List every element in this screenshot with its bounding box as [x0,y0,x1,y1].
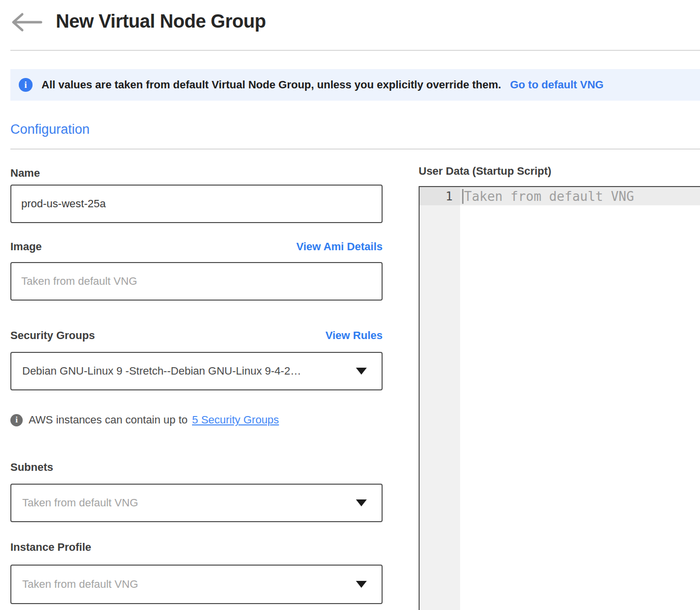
security-groups-count-link[interactable]: 5 Security Groups [192,414,279,426]
security-groups-label: Security Groups [10,329,95,342]
user-data-label: User Data (Startup Script) [419,165,551,178]
view-rules-link[interactable]: View Rules [325,329,383,342]
banner-text: All values are taken from default Virtua… [41,78,501,91]
note-text: AWS instances can contain up to [29,414,188,426]
subnets-label: Subnets [10,461,53,474]
section-divider [10,149,700,150]
info-icon: i [19,78,33,92]
view-ami-details-link[interactable]: View Ami Details [296,240,383,253]
editor-gutter [420,205,460,610]
security-groups-select[interactable]: Debian GNU-Linux 9 -Stretch--Debian GNU-… [10,352,383,390]
instance-profile-select[interactable]: Taken from default VNG [10,565,383,604]
user-data-editor[interactable]: 1 Taken from default VNG [419,186,700,610]
configuration-section-title: Configuration [10,122,90,137]
chevron-down-icon [356,368,367,375]
back-arrow-icon[interactable] [10,12,43,33]
go-to-default-vng-link[interactable]: Go to default VNG [510,78,603,91]
image-label-row: Image View Ami Details [10,240,383,253]
chevron-down-icon [356,499,367,506]
editor-code-area[interactable]: Taken from default VNG [460,187,700,205]
info-icon: i [10,414,23,426]
chevron-down-icon [356,581,367,588]
info-banner: i All values are taken from default Virt… [10,69,700,101]
name-label: Name [10,167,40,180]
subnets-placeholder: Taken from default VNG [22,496,349,509]
security-groups-label-row: Security Groups View Rules [10,329,383,342]
image-input[interactable] [10,262,383,301]
instance-profile-label: Instance Profile [10,541,91,554]
editor-line-1[interactable]: 1 Taken from default VNG [420,187,700,205]
security-groups-note: i AWS instances can contain up to 5 Secu… [10,414,279,426]
page-title: New Virtual Node Group [56,11,266,32]
editor-placeholder: Taken from default VNG [464,189,634,204]
image-label: Image [10,240,42,253]
header-divider [10,50,700,51]
subnets-select[interactable]: Taken from default VNG [10,484,383,522]
instance-profile-placeholder: Taken from default VNG [22,578,349,591]
name-input[interactable] [10,185,383,223]
editor-cursor [462,189,464,204]
new-vng-page: New Virtual Node Group i All values are … [0,0,700,610]
security-groups-value: Debian GNU-Linux 9 -Stretch--Debian GNU-… [22,365,349,378]
line-number: 1 [420,187,460,205]
